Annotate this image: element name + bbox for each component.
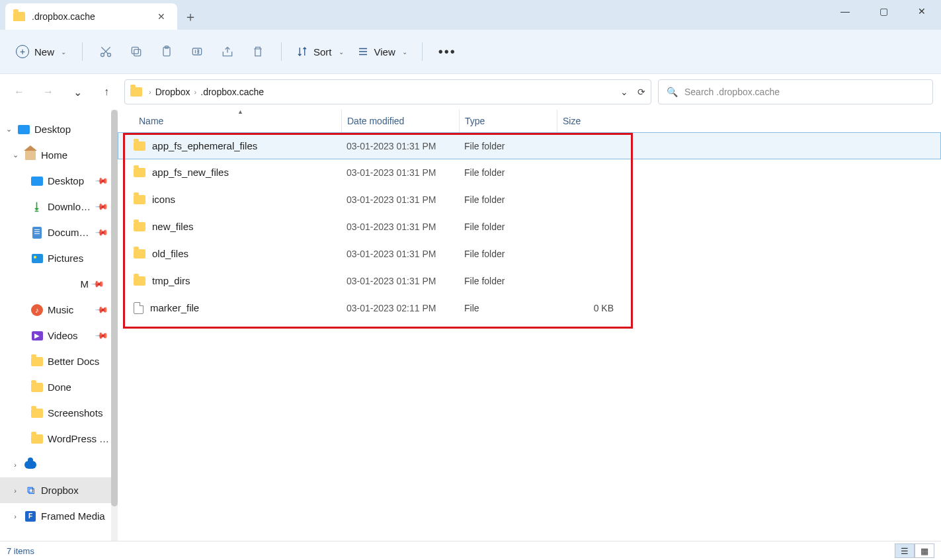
- breadcrumb-segment[interactable]: Dropbox: [155, 87, 190, 97]
- recent-locations-button[interactable]: ⌄: [66, 81, 89, 103]
- tree-framed[interactable]: › F Framed Media: [0, 503, 111, 529]
- file-name: tmp_dirs: [152, 275, 190, 286]
- view-label: View: [374, 46, 395, 58]
- new-button[interactable]: + New ⌄: [9, 41, 73, 62]
- desktop-icon: [31, 177, 43, 186]
- file-name: icons: [152, 194, 175, 205]
- chevron-right-icon[interactable]: ›: [11, 512, 20, 520]
- tree-onedrive[interactable]: ›: [0, 452, 111, 477]
- tree-videos[interactable]: ▶ Videos 📌: [0, 323, 111, 348]
- copy-button[interactable]: [122, 38, 150, 65]
- file-row[interactable]: tmp_dirs03-01-2023 01:31 PMFile folder: [118, 267, 941, 294]
- search-input[interactable]: [684, 87, 924, 97]
- breadcrumb-segment[interactable]: .dropbox.cache: [200, 87, 264, 97]
- forward-button[interactable]: →: [37, 81, 60, 103]
- tree-desktop[interactable]: ⌄ Desktop: [0, 116, 111, 142]
- pictures-icon: [32, 254, 43, 263]
- chevron-down-icon[interactable]: ⌄: [4, 125, 13, 134]
- tree-home[interactable]: ⌄ Home: [0, 142, 111, 168]
- tree-dropbox[interactable]: › ⧉ Dropbox: [0, 477, 111, 503]
- framed-media-icon: F: [25, 511, 36, 522]
- chevron-down-icon[interactable]: ⌄: [620, 87, 628, 97]
- navigation-pane[interactable]: ⌄ Desktop ⌄ Home Desktop 📌 ⭳ Downloads 📌: [0, 110, 111, 541]
- file-row[interactable]: app_fs_new_files03-01-2023 01:31 PMFile …: [118, 159, 941, 186]
- file-row[interactable]: icons03-01-2023 01:31 PMFile folder: [118, 186, 941, 213]
- cell-type: File folder: [459, 194, 557, 205]
- tree-pictures[interactable]: Pictures: [0, 245, 111, 271]
- column-label: Size: [563, 116, 581, 126]
- rename-button[interactable]: [183, 38, 211, 65]
- folder-icon: [130, 87, 142, 97]
- title-bar: .dropbox.cache ✕ ＋ — ▢ ✕: [0, 0, 941, 30]
- search-box[interactable]: 🔍: [658, 79, 933, 104]
- cell-date: 03-01-2023 01:31 PM: [341, 221, 459, 232]
- details-view-button[interactable]: ☰: [895, 543, 915, 558]
- window-controls: — ▢ ✕: [826, 0, 941, 30]
- refresh-button[interactable]: ⟳: [637, 87, 645, 97]
- cell-name: app_fs_ephemeral_files: [134, 140, 341, 151]
- chevron-down-icon: ⌄: [402, 48, 407, 56]
- close-window-button[interactable]: ✕: [903, 0, 941, 22]
- tree-documents[interactable]: Documents 📌: [0, 220, 111, 245]
- tree-wordpress[interactable]: WordPress Pins: [0, 426, 111, 452]
- tree-label: WordPress Pins: [48, 433, 111, 444]
- rows-container: app_fs_ephemeral_files03-01-2023 01:31 P…: [118, 133, 941, 321]
- chevron-down-icon: ⌄: [61, 48, 66, 56]
- cell-size: 0 KB: [557, 303, 622, 313]
- file-row[interactable]: old_files03-01-2023 01:31 PMFile folder: [118, 240, 941, 267]
- file-icon: [134, 302, 143, 314]
- tree-scrollbar[interactable]: [111, 110, 118, 541]
- tree-betterdocs[interactable]: Better Docs: [0, 348, 111, 374]
- up-button[interactable]: ↑: [95, 81, 118, 103]
- chevron-right-icon: ›: [149, 88, 151, 96]
- music-icon: ♪: [31, 304, 43, 316]
- chevron-right-icon[interactable]: ›: [11, 461, 20, 469]
- column-label: Date modified: [347, 116, 404, 126]
- column-date[interactable]: Date modified: [341, 110, 459, 132]
- view-button[interactable]: View ⌄: [352, 42, 413, 61]
- file-row[interactable]: new_files03-01-2023 01:31 PMFile folder: [118, 213, 941, 240]
- tree-music[interactable]: ♪ Music 📌: [0, 297, 111, 323]
- tree-done[interactable]: Done: [0, 374, 111, 400]
- cut-button[interactable]: [92, 38, 120, 65]
- file-row[interactable]: app_fs_ephemeral_files03-01-2023 01:31 P…: [118, 132, 941, 159]
- back-button[interactable]: ←: [8, 81, 30, 103]
- close-tab-button[interactable]: ✕: [153, 9, 169, 24]
- tree-label: Pictures: [48, 253, 111, 264]
- more-button[interactable]: •••: [432, 44, 463, 60]
- tree-label: Done: [48, 381, 111, 393]
- chevron-right-icon[interactable]: ›: [11, 487, 20, 495]
- tree-desktop-pinned[interactable]: Desktop 📌: [0, 168, 111, 194]
- cell-type: File: [459, 303, 557, 313]
- minimize-button[interactable]: —: [826, 0, 864, 22]
- chevron-down-icon[interactable]: ⌄: [11, 151, 20, 159]
- column-name[interactable]: Name ▲: [134, 110, 341, 132]
- maximize-button[interactable]: ▢: [864, 0, 903, 22]
- scrollbar-thumb[interactable]: [111, 110, 118, 506]
- icons-view-button[interactable]: ▦: [915, 543, 934, 558]
- tree-downloads[interactable]: ⭳ Downloads 📌: [0, 194, 111, 220]
- tree-screenshots[interactable]: Screenshots: [0, 400, 111, 426]
- share-button[interactable]: [214, 38, 241, 65]
- column-type[interactable]: Type: [459, 110, 557, 132]
- document-icon: [32, 227, 42, 239]
- tree-label: Home: [41, 149, 111, 161]
- tree-label: Music: [48, 304, 93, 315]
- delete-button[interactable]: [244, 38, 272, 65]
- address-bar[interactable]: › Dropbox › .dropbox.cache ⌄ ⟳: [124, 79, 651, 104]
- tab-current[interactable]: .dropbox.cache ✕: [5, 3, 177, 30]
- cell-type: File folder: [459, 141, 557, 151]
- videos-icon: ▶: [32, 331, 43, 340]
- paste-button[interactable]: [153, 38, 181, 65]
- column-size[interactable]: Size: [557, 110, 622, 132]
- file-row[interactable]: marker_file03-01-2023 02:11 PMFile0 KB: [118, 294, 941, 321]
- navigation-row: ← → ⌄ ↑ › Dropbox › .dropbox.cache ⌄ ⟳ 🔍: [0, 74, 941, 110]
- separator: [281, 42, 282, 61]
- sort-button[interactable]: Sort ⌄: [291, 42, 349, 61]
- new-tab-button[interactable]: ＋: [177, 3, 204, 30]
- tree-item-m[interactable]: M 📌: [0, 271, 111, 297]
- column-label: Name: [139, 116, 163, 126]
- sort-ascending-icon: ▲: [237, 110, 243, 115]
- file-name: new_files: [152, 221, 194, 232]
- tree-label: Desktop: [34, 124, 111, 135]
